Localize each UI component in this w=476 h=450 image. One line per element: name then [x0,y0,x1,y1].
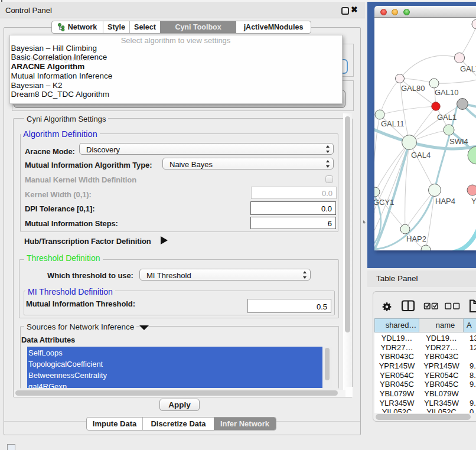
svg-text:GCY1: GCY1 [374,198,394,207]
svg-text:GAL80: GAL80 [401,84,425,93]
svg-text:GAL4: GAL4 [411,151,431,159]
svg-text:HAP4: HAP4 [435,197,455,206]
svg-text:HAP2: HAP2 [406,234,426,243]
svg-text:GAL11: GAL11 [381,119,405,128]
svg-text:SWI4: SWI4 [449,137,468,146]
svg-text:GAL1: GAL1 [437,113,457,122]
svg-text:Y: Y [471,197,476,206]
svg-text:GAL7: GAL7 [460,64,476,73]
svg-text:GAL10: GAL10 [435,88,458,97]
